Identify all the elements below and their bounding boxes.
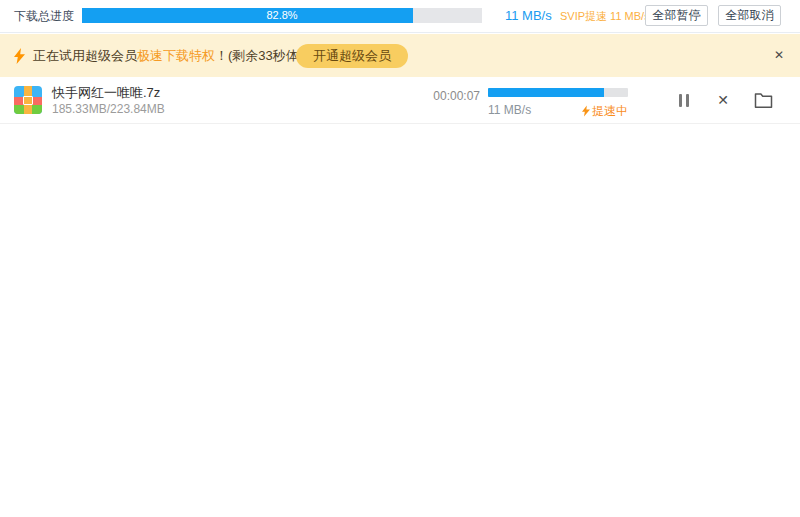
elapsed-time: 00:00:07 xyxy=(420,89,480,103)
pause-item-icon[interactable] xyxy=(678,94,690,107)
banner-message-highlight: 极速下载特权 xyxy=(137,48,215,63)
open-folder-icon[interactable] xyxy=(754,92,773,109)
lightning-icon xyxy=(582,105,590,117)
download-row[interactable]: 快手网红一唯唯.7z 185.33MB/223.84MB 00:00:07 11… xyxy=(0,77,800,124)
total-progress-label: 下载总进度 xyxy=(14,0,74,32)
open-svip-button[interactable]: 开通超级会员 xyxy=(296,44,408,68)
total-speed-value: 11 MB/s xyxy=(505,0,552,32)
svip-trial-banner: 正在试用超级会员极速下载特权！(剩余33秒体验结束) 开通超级会员 ✕ xyxy=(0,34,800,77)
pause-all-button[interactable]: 全部暂停 xyxy=(645,5,708,26)
total-progress-percent: 82.8% xyxy=(82,8,482,23)
banner-close-icon[interactable]: ✕ xyxy=(771,34,787,77)
boost-status: 提速中 xyxy=(555,103,628,120)
item-speed-value: 11 MB/s xyxy=(488,103,531,117)
cancel-all-button[interactable]: 全部取消 xyxy=(718,5,781,26)
item-progress-fill xyxy=(488,88,604,97)
total-progress-bar: 82.8% xyxy=(82,8,482,23)
svip-boost-speed: SVIP提速 11 MB/s xyxy=(560,0,650,32)
item-progress-bar xyxy=(488,88,628,97)
archive-7z-icon xyxy=(14,86,42,114)
file-size-progress: 185.33MB/223.84MB xyxy=(52,102,165,116)
file-name: 快手网红一唯唯.7z xyxy=(52,84,160,102)
total-progress-toolbar: 下载总进度 82.8% 11 MB/s SVIP提速 11 MB/s 全部暂停 … xyxy=(0,0,800,33)
cancel-item-icon[interactable]: ✕ xyxy=(714,90,732,110)
download-manager-window: 下载总进度 82.8% 11 MB/s SVIP提速 11 MB/s 全部暂停 … xyxy=(0,0,800,517)
lightning-icon xyxy=(14,48,25,64)
banner-message-prefix: 正在试用超级会员 xyxy=(33,48,137,63)
boost-status-label: 提速中 xyxy=(592,104,628,118)
